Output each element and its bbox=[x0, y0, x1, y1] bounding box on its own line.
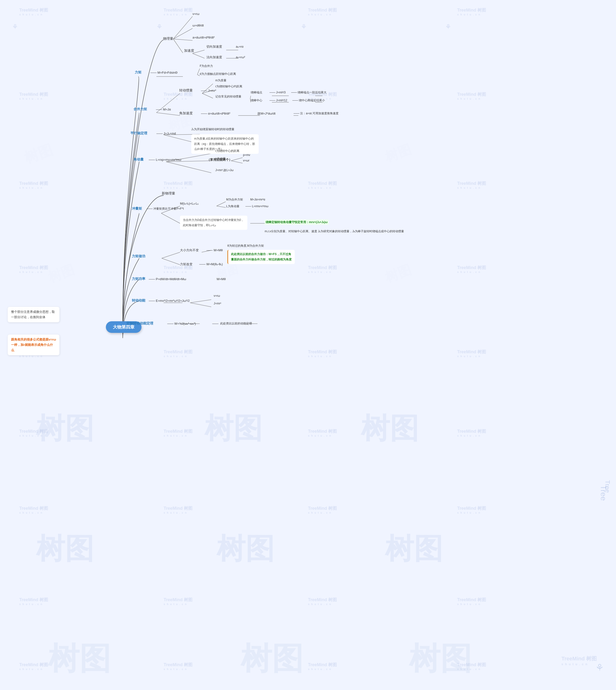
node-rod-center: 绕棒中心 bbox=[251, 98, 262, 103]
branch-impulse-moment: 冲量矩 bbox=[132, 207, 142, 211]
watermark-21: TreeMind 树图 s h u t u . c n bbox=[19, 428, 48, 437]
watermark-9: TreeMind 树图 s h u t u . c n bbox=[19, 180, 48, 189]
watermark-12: TreeMind 树图 s h u t u . c n bbox=[457, 180, 486, 189]
connection-lines: .line { stroke: #888; stroke-width: 1.5;… bbox=[0, 0, 616, 690]
watermark-19: TreeMind 树图 s h u t u . c n bbox=[308, 349, 337, 358]
branch-label-text: 物理量 bbox=[163, 37, 173, 40]
watermark-16: TreeMind 树图 s h u t u . c n bbox=[457, 265, 486, 274]
node-inertia-formula: —— J=mr² bbox=[201, 88, 216, 93]
watermark-24: TreeMind 树图 s h u t u . c n bbox=[457, 428, 486, 437]
node-parallel-formula: —— J=J₁+md bbox=[156, 131, 176, 136]
logo-icon-bottom: ⚘ bbox=[595, 662, 604, 673]
watermark-25: TreeMind 树图 s h u t u . c n bbox=[19, 505, 48, 514]
node-ext-torque-formula: —— M=Jα bbox=[156, 107, 171, 112]
watermark-5: TreeMind 树图 s h u t u . c n bbox=[19, 91, 48, 100]
watermark-10: TreeMind 树图 s h u t u . c n bbox=[163, 180, 193, 189]
node-rod-center-formula: —— J=ml²/12 bbox=[269, 98, 287, 103]
svg-line-0 bbox=[173, 16, 193, 39]
deco-5: 树图 bbox=[217, 530, 274, 569]
svg-line-29 bbox=[231, 158, 243, 161]
svg-line-9 bbox=[197, 69, 200, 74]
watermark-34: TreeMind 树图 s h u t u . c n bbox=[163, 662, 193, 670]
svg-line-32 bbox=[161, 213, 180, 223]
branch-torque-work: 力矩做功 bbox=[132, 254, 145, 258]
watermark-large-3: 树图 bbox=[46, 261, 77, 286]
node-conservation-formula: 绕棒定轴转动角动量守恒定常用：mrv=(J₂+J₃)ω bbox=[265, 219, 329, 225]
watermark-27: TreeMind 树图 s h u t u . c n bbox=[308, 505, 337, 514]
node-alpha: a=dω/dt=d²θ/dt² bbox=[193, 35, 215, 40]
mindmap-container: .line { stroke: #888; stroke-width: 1.5;… bbox=[0, 0, 616, 690]
logo-icon-2: ⚘ bbox=[156, 23, 162, 31]
node-angular-acc-note2: —— 注：a=αr,可用加速度推角速度 bbox=[293, 111, 338, 115]
node-power-extra: W=Mθ bbox=[217, 277, 226, 282]
watermark-13: TreeMind 树图 s h u t u . c n bbox=[19, 265, 48, 274]
node-angular-acc-formula: —— α=dω/dt=d²θ/dt² bbox=[201, 111, 230, 116]
watermark-22: TreeMind 树图 s h u t u . c n bbox=[163, 428, 193, 437]
watermark-large-1: 树图 bbox=[22, 140, 56, 168]
watermark-6: TreeMind 树图 s h u t u . c n bbox=[163, 91, 193, 100]
node-angular-j: J=mr²,故L=Jω bbox=[215, 168, 234, 172]
deco-7: 树图 bbox=[48, 638, 111, 680]
svg-line-2 bbox=[173, 39, 193, 40]
watermark-large-5: 树图 bbox=[383, 140, 414, 166]
deco-8: 树图 bbox=[241, 638, 303, 680]
deco-2: 树图 bbox=[204, 409, 262, 448]
watermark-35: TreeMind 树图 s h u t u . c n bbox=[308, 662, 337, 670]
watermark-31: TreeMind 树图 s h u t u . c n bbox=[308, 597, 337, 605]
watermark-33: TreeMind 树图 s h u t u . c n bbox=[19, 662, 48, 670]
node-rod-end-formula: —— J=ml²/3 bbox=[269, 90, 286, 94]
node-impulse-sub1-formula: M=Jα=mr²α bbox=[250, 197, 265, 202]
watermark-20: TreeMind 树图 s h u t u . c n bbox=[457, 349, 486, 358]
deco-1: 树图 bbox=[36, 409, 94, 448]
node-tangential-formula: a₁=rα bbox=[236, 44, 243, 49]
tree-vertical-text: Tree bbox=[604, 480, 611, 493]
branch-angular-momentum: 角动量 bbox=[134, 157, 144, 162]
deco-9: 树图 bbox=[409, 638, 471, 680]
watermark-3: TreeMind 树图 s h u t u . c n bbox=[308, 7, 337, 16]
watermark-26: TreeMind 树图 s h u t u . c n bbox=[163, 505, 193, 514]
branch-moment-inertia: 转动惯量 bbox=[179, 88, 193, 93]
node-ke-j: J=mr² bbox=[214, 301, 221, 306]
watermark-1: TreeMind 树图 s h u t u . c n bbox=[19, 7, 48, 16]
node-rod-center-note: —— 绕中心两端近结果小 bbox=[292, 98, 325, 103]
svg-line-30 bbox=[231, 161, 243, 163]
svg-line-34 bbox=[217, 206, 226, 208]
node-fixed-formula-dash: —— bbox=[212, 321, 219, 326]
deco-6: 树图 bbox=[385, 530, 443, 569]
svg-line-36 bbox=[162, 252, 180, 258]
node-ke-formula: —— E=mv²/2=mr²ω²/2=Jω²/2 bbox=[149, 298, 190, 303]
node-rod-end-note: —— 绕棒端点一段近结果大 bbox=[291, 90, 327, 94]
node-common-inertia: 记住常见的转动惯量 bbox=[215, 94, 241, 99]
node-parallel-note1: J₁为开始绕某轴转动时的转动惯量 bbox=[191, 127, 234, 131]
note-box-1-text: 整个部分注意养成微分思想，取一部分讨论，在推到全体 bbox=[11, 310, 55, 319]
node-fixed-note: 此处类比以前的动能定理 bbox=[220, 321, 252, 326]
branch-rotational-ke: 转动动能 bbox=[132, 298, 145, 303]
note-box-1: 整个部分注意养成微分思想，取一部分讨论，在推到全体 bbox=[8, 307, 60, 322]
svg-line-10 bbox=[197, 74, 200, 76]
logo-icon-3: ⚘ bbox=[301, 23, 307, 31]
node-angular-r: r为绕转中心的距离 bbox=[215, 149, 239, 153]
branch-parallel-axis: 平行轴定理 bbox=[130, 131, 147, 135]
node-work-var-formula: —— W=M(θ₂-θ₁) bbox=[199, 262, 223, 267]
branch-torque: 力矩 bbox=[135, 70, 141, 74]
node-angular-p: p为动量 bbox=[215, 156, 226, 161]
watermark-23: TreeMind 树图 s h u t u . c n bbox=[308, 428, 337, 437]
node-work-theta-note: θ为转过的角度,M为合外力矩 bbox=[227, 243, 264, 248]
svg-line-3 bbox=[173, 39, 183, 53]
watermark-29: TreeMind 树图 s h u t u . c n bbox=[19, 597, 48, 605]
node-work-const: 大小方向不变 bbox=[180, 248, 199, 253]
logo-icon-4: ⚘ bbox=[445, 23, 451, 31]
branch-angular-acc: 角加速度 bbox=[179, 111, 193, 115]
node-p-mv: p=mv bbox=[243, 153, 250, 157]
watermark-large-6: 树图 bbox=[383, 261, 414, 286]
node-angular-acc-note: 故M=J*dω/dt bbox=[258, 111, 276, 116]
branch-fixed-axis-theorem: 定轴转动动能定理 bbox=[126, 321, 153, 326]
node-v-rw: v=rω bbox=[193, 12, 199, 16]
svg-line-37 bbox=[162, 258, 180, 265]
watermark-11: TreeMind 树图 s h u t u . c n bbox=[308, 180, 337, 189]
svg-line-5 bbox=[193, 53, 204, 58]
node-normal-acc: 法向加速度 bbox=[206, 55, 222, 60]
node-v-omegar: v=ωr bbox=[243, 158, 249, 163]
svg-line-28 bbox=[166, 162, 211, 173]
node-work-var: 力矩改变 bbox=[180, 262, 193, 267]
